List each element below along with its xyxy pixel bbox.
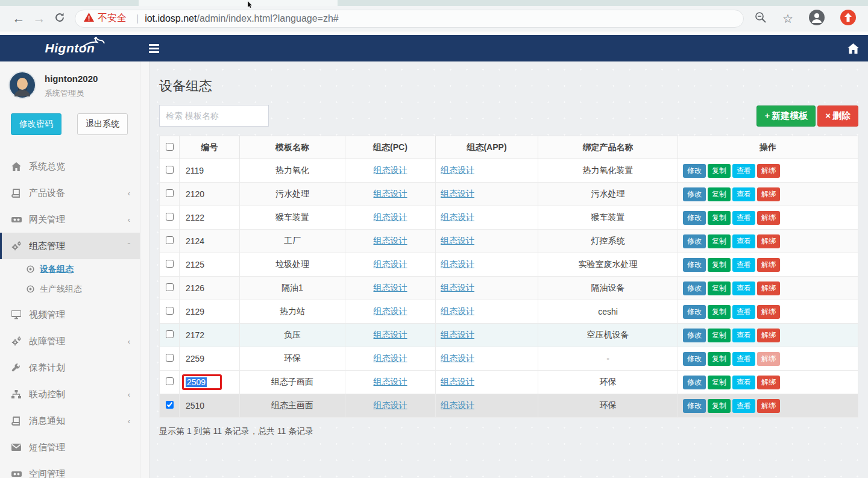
pc-config-link[interactable]: 组态设计 [374, 400, 407, 410]
unbind-button[interactable]: 解绑 [757, 211, 780, 225]
unbind-button[interactable]: 解绑 [757, 187, 780, 201]
security-label[interactable]: 不安全 [98, 12, 127, 25]
address-bar[interactable]: 不安全 | iot.idosp.net/admin/index.html?lan… [75, 10, 744, 28]
browser-update-icon[interactable] [840, 10, 856, 28]
pc-config-link[interactable]: 组态设计 [374, 283, 407, 292]
row-checkbox[interactable] [166, 330, 174, 338]
edit-button[interactable]: 修改 [683, 329, 706, 342]
delete-button[interactable]: ×删除 [817, 105, 858, 127]
copy-button[interactable]: 复制 [708, 399, 731, 413]
user-avatar[interactable] [8, 71, 36, 101]
row-checkbox[interactable] [166, 189, 174, 197]
home-icon[interactable] [838, 35, 868, 61]
row-checkbox[interactable] [166, 166, 174, 174]
sidebar-item[interactable]: 网关管理‹ [0, 206, 140, 233]
app-config-link[interactable]: 组态设计 [441, 330, 474, 339]
reload-button[interactable] [49, 11, 70, 26]
view-button[interactable]: 查看 [732, 305, 755, 319]
brand-logo[interactable]: Hignton [0, 35, 140, 61]
logout-button[interactable]: 退出系统 [77, 113, 128, 135]
profile-avatar-icon[interactable] [809, 10, 825, 28]
view-button[interactable]: 查看 [732, 211, 755, 225]
sidebar-item[interactable]: 故障管理‹ [0, 328, 140, 354]
sidebar-item[interactable]: 产品设备‹ [0, 180, 140, 206]
edit-button[interactable]: 修改 [683, 281, 706, 295]
view-button[interactable]: 查看 [732, 281, 755, 295]
pc-config-link[interactable]: 组态设计 [374, 236, 407, 245]
unbind-button[interactable]: 解绑 [757, 352, 780, 366]
row-checkbox[interactable] [166, 354, 174, 362]
sidebar-item[interactable]: 组态管理ˇ [0, 233, 140, 259]
pc-config-link[interactable]: 组态设计 [374, 353, 407, 363]
app-config-link[interactable]: 组态设计 [441, 400, 474, 410]
unbind-button[interactable]: 解绑 [757, 258, 780, 272]
edit-button[interactable]: 修改 [683, 399, 706, 413]
view-button[interactable]: 查看 [732, 258, 755, 272]
edit-button[interactable]: 修改 [683, 211, 706, 225]
edit-button[interactable]: 修改 [683, 305, 706, 319]
edit-button[interactable]: 修改 [683, 352, 706, 366]
pc-config-link[interactable]: 组态设计 [374, 330, 407, 339]
copy-button[interactable]: 复制 [708, 281, 731, 295]
row-checkbox[interactable] [166, 236, 174, 244]
row-checkbox[interactable] [166, 283, 174, 291]
copy-button[interactable]: 复制 [708, 376, 731, 389]
change-password-button[interactable]: 修改密码 [11, 113, 61, 135]
sidebar-item[interactable]: 视频管理 [0, 301, 140, 328]
sidebar-subitem[interactable]: 生产线组态 [0, 279, 140, 299]
pc-config-link[interactable]: 组态设计 [374, 306, 407, 316]
search-input[interactable] [159, 105, 269, 127]
sidebar-toggle-icon[interactable] [140, 35, 168, 61]
copy-button[interactable]: 复制 [708, 164, 731, 178]
edit-button[interactable]: 修改 [683, 258, 706, 272]
app-config-link[interactable]: 组态设计 [441, 236, 474, 245]
sidebar-subitem[interactable]: 设备组态 [0, 259, 140, 279]
browser-tab[interactable] [139, 0, 338, 6]
view-button[interactable]: 查看 [732, 329, 755, 342]
view-button[interactable]: 查看 [732, 234, 755, 248]
unbind-button[interactable]: 解绑 [757, 164, 780, 178]
row-checkbox[interactable] [166, 377, 174, 385]
sidebar-item[interactable]: 短信管理 [0, 434, 140, 461]
forward-button[interactable]: → [29, 11, 49, 26]
unbind-button[interactable]: 解绑 [757, 281, 780, 295]
copy-button[interactable]: 复制 [708, 352, 731, 366]
app-config-link[interactable]: 组态设计 [441, 189, 474, 198]
new-template-button[interactable]: +新建模板 [756, 105, 816, 127]
copy-button[interactable]: 复制 [708, 187, 731, 201]
copy-button[interactable]: 复制 [708, 234, 731, 248]
unbind-button[interactable]: 解绑 [757, 234, 780, 248]
sidebar-item[interactable]: 消息通知‹ [0, 407, 140, 434]
edit-button[interactable]: 修改 [683, 234, 706, 248]
edit-button[interactable]: 修改 [683, 164, 706, 178]
zoom-out-icon[interactable] [755, 11, 767, 26]
app-config-link[interactable]: 组态设计 [441, 306, 474, 316]
unbind-button[interactable]: 解绑 [757, 305, 780, 319]
app-config-link[interactable]: 组态设计 [441, 259, 474, 269]
copy-button[interactable]: 复制 [708, 305, 731, 319]
sidebar-item[interactable]: 系统总览 [0, 153, 140, 180]
select-all-checkbox[interactable] [166, 143, 174, 151]
copy-button[interactable]: 复制 [708, 211, 731, 225]
app-config-link[interactable]: 组态设计 [441, 377, 474, 386]
back-button[interactable]: ← [8, 11, 29, 26]
app-config-link[interactable]: 组态设计 [441, 212, 474, 222]
row-checkbox[interactable] [166, 260, 174, 268]
view-button[interactable]: 查看 [732, 187, 755, 201]
edit-button[interactable]: 修改 [683, 376, 706, 389]
view-button[interactable]: 查看 [732, 164, 755, 178]
app-config-link[interactable]: 组态设计 [441, 283, 474, 292]
edit-button[interactable]: 修改 [683, 187, 706, 201]
view-button[interactable]: 查看 [732, 352, 755, 366]
pc-config-link[interactable]: 组态设计 [374, 259, 407, 269]
bookmark-star-icon[interactable]: ☆ [782, 11, 793, 26]
pc-config-link[interactable]: 组态设计 [374, 165, 407, 175]
row-checkbox[interactable] [166, 401, 174, 409]
copy-button[interactable]: 复制 [708, 329, 731, 342]
sidebar-scrollbar[interactable] [140, 61, 149, 478]
sidebar-item[interactable]: 空间管理 [0, 461, 140, 478]
copy-button[interactable]: 复制 [708, 258, 731, 272]
row-checkbox[interactable] [166, 307, 174, 315]
unbind-button[interactable]: 解绑 [757, 329, 780, 342]
sidebar-item[interactable]: 保养计划 [0, 354, 140, 381]
